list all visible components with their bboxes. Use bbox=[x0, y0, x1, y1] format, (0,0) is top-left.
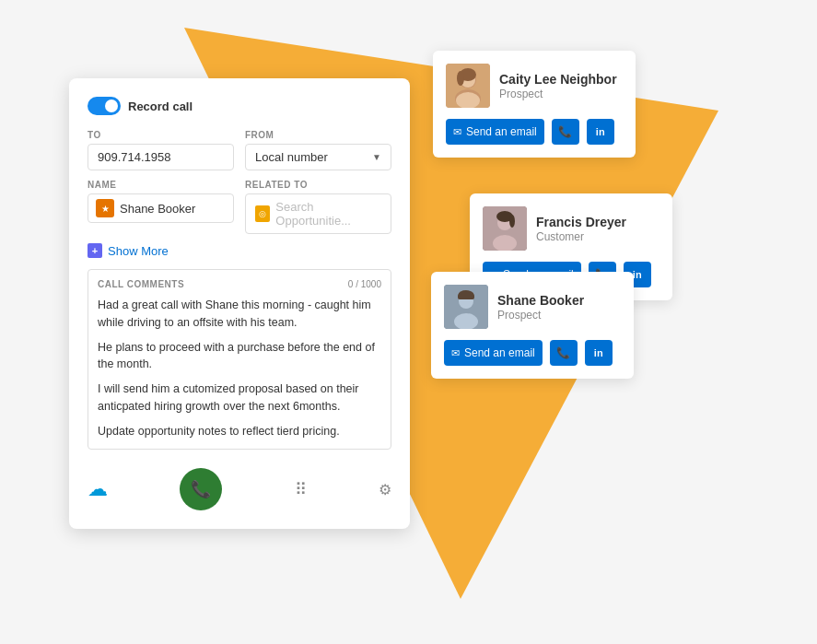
email-icon-caity bbox=[453, 125, 461, 138]
linkedin-button-shane[interactable] bbox=[585, 340, 613, 366]
comments-section: CALL COMMENTS 0 / 1000 Had a great call … bbox=[88, 269, 391, 450]
comments-label: CALL COMMENTS bbox=[98, 279, 184, 289]
related-to-input[interactable]: Search Opportunitie... bbox=[245, 193, 391, 234]
svg-point-12 bbox=[509, 215, 515, 228]
card-top-caity: Caity Lee Neighbor Prospect bbox=[446, 64, 623, 108]
contact-info-francis: Francis Dreyer Customer bbox=[536, 214, 659, 243]
phone-button-caity[interactable]: 📞 bbox=[552, 119, 579, 145]
show-more-icon bbox=[88, 243, 102, 258]
related-to-field-group: RELATED TO Search Opportunitie... bbox=[245, 180, 391, 234]
settings-icon[interactable]: ⚙ bbox=[379, 481, 391, 498]
svg-rect-17 bbox=[458, 294, 474, 299]
phone-icon-shane: 📞 bbox=[556, 346, 570, 359]
email-button-caity[interactable]: Send an email bbox=[446, 119, 544, 145]
comments-count: 0 / 1000 bbox=[348, 279, 381, 289]
name-value: Shane Booker bbox=[120, 202, 195, 216]
from-select[interactable]: Local number ▼ bbox=[245, 144, 391, 170]
comment-line-3: I will send him a cutomized proposal bas… bbox=[98, 381, 381, 416]
show-more-button[interactable]: Show More bbox=[108, 244, 169, 258]
card-actions-shane: Send an email 📞 bbox=[444, 340, 621, 366]
to-from-row: TO 909.714.1958 FROM Local number ▼ bbox=[88, 130, 391, 170]
related-icon bbox=[255, 205, 270, 222]
linkedin-icon-francis bbox=[633, 268, 642, 281]
linkedin-icon-caity bbox=[596, 125, 605, 138]
name-label: NAME bbox=[88, 180, 234, 190]
email-button-shane[interactable]: Send an email bbox=[444, 340, 543, 366]
related-to-label: RELATED TO bbox=[245, 180, 391, 190]
comment-line-1: Had a great call with Shane this morning… bbox=[98, 297, 381, 332]
contact-role-francis: Customer bbox=[536, 230, 659, 243]
dialpad-icon[interactable]: ⠿ bbox=[295, 479, 307, 499]
comment-line-2: He plans to proceed with a purchase befo… bbox=[98, 339, 381, 374]
svg-point-7 bbox=[457, 71, 464, 86]
contact-role-caity: Prospect bbox=[499, 88, 623, 100]
phone-icon-caity: 📞 bbox=[558, 125, 572, 138]
card-actions-caity: Send an email 📞 bbox=[446, 119, 623, 145]
from-field-group: FROM Local number ▼ bbox=[245, 130, 391, 170]
comments-textarea[interactable]: Had a great call with Shane this morning… bbox=[98, 297, 381, 439]
avatar-shane bbox=[444, 285, 488, 329]
name-related-row: NAME Shane Booker RELATED TO Search Oppo… bbox=[88, 180, 391, 234]
select-arrow-icon: ▼ bbox=[372, 152, 381, 162]
record-call-label: Record call bbox=[128, 100, 193, 113]
card-top-shane: Shane Booker Prospect bbox=[444, 285, 621, 329]
contact-info-caity: Caity Lee Neighbor Prospect bbox=[499, 71, 623, 100]
avatar-caity bbox=[446, 64, 490, 108]
record-call-row: Record call bbox=[88, 97, 391, 115]
card-top-francis: Francis Dreyer Customer bbox=[483, 206, 659, 251]
name-icon bbox=[96, 199, 114, 217]
contact-card-shane: Shane Booker Prospect Send an email 📞 bbox=[431, 272, 634, 379]
comment-line-4: Update opportunity notes to reflect tier… bbox=[98, 423, 381, 440]
call-panel: Record call TO 909.714.1958 FROM Local n… bbox=[69, 78, 410, 529]
name-input[interactable]: Shane Booker bbox=[88, 193, 234, 223]
phone-button-shane[interactable]: 📞 bbox=[550, 340, 578, 366]
salesforce-icon[interactable]: ☁ bbox=[88, 477, 108, 501]
to-field-group: TO 909.714.1958 bbox=[88, 130, 234, 170]
contact-name-shane: Shane Booker bbox=[497, 292, 621, 309]
contact-role-shane: Prospect bbox=[497, 309, 621, 322]
bottom-toolbar: ☁ 📞 ⠿ ⚙ bbox=[88, 464, 391, 510]
contact-card-caity: Caity Lee Neighbor Prospect Send an emai… bbox=[433, 51, 636, 158]
linkedin-button-caity[interactable] bbox=[587, 119, 614, 145]
to-input[interactable]: 909.714.1958 bbox=[88, 144, 234, 170]
record-call-toggle[interactable] bbox=[88, 97, 121, 115]
email-icon-shane bbox=[451, 346, 460, 359]
phone-icon: 📞 bbox=[191, 479, 211, 499]
avatar-francis bbox=[483, 206, 527, 251]
contact-info-shane: Shane Booker Prospect bbox=[497, 292, 621, 322]
call-button[interactable]: 📞 bbox=[180, 468, 222, 510]
from-label: FROM bbox=[245, 130, 391, 140]
to-label: TO bbox=[88, 130, 234, 140]
name-field-group: NAME Shane Booker bbox=[88, 180, 234, 234]
contact-name-francis: Francis Dreyer bbox=[536, 214, 659, 230]
show-more-row: Show More bbox=[88, 243, 391, 258]
linkedin-icon-shane bbox=[594, 346, 603, 359]
contact-name-caity: Caity Lee Neighbor bbox=[499, 71, 623, 88]
comments-header: CALL COMMENTS 0 / 1000 bbox=[98, 279, 381, 289]
